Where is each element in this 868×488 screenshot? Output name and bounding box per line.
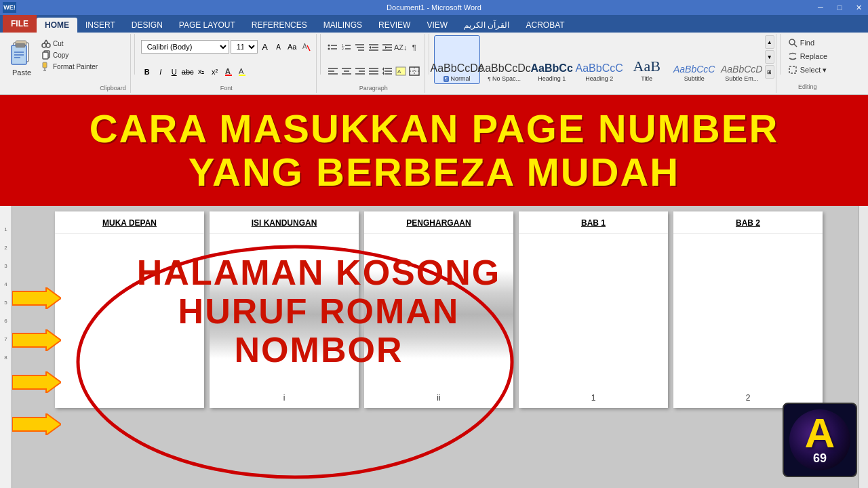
font-color-button[interactable]: A (222, 66, 235, 78)
svg-marker-36 (369, 46, 371, 49)
svg-text:A: A (302, 43, 307, 50)
decrease-indent-button[interactable] (368, 41, 380, 54)
svg-rect-12 (43, 52, 48, 59)
para-row-1: 1. 2. (327, 35, 420, 60)
font-row-1: Calibri (Body) 11 A A Aa A (141, 35, 312, 59)
clear-formatting-button[interactable]: A (300, 41, 312, 53)
tab-view[interactable]: VIEW (418, 18, 456, 33)
superscript-button[interactable]: x² (209, 66, 221, 78)
tab-acrobat[interactable]: ACROBAT (517, 18, 572, 33)
subscript-button[interactable]: x₂ (195, 66, 208, 78)
close-button[interactable]: ✕ (849, 0, 868, 15)
styles-scroll-arrows: ▲ ▼ ⊞ (765, 35, 774, 79)
vertical-scrollbar[interactable] (859, 206, 868, 488)
align-right-button[interactable] (354, 65, 366, 77)
overlay-text-line1: HALAMAN KOSONG (115, 253, 522, 292)
style-no-spacing[interactable]: AaBbCcDc ¶ No Spac... (481, 35, 528, 84)
svg-marker-57 (382, 71, 384, 75)
bullets-button[interactable] (327, 41, 339, 54)
page-bab2-header: BAB 2 (673, 211, 823, 234)
style-heading1[interactable]: AaBbCc Heading 1 (529, 35, 575, 84)
page-num-bab1: 1 (519, 393, 668, 403)
arrow-4-icon (12, 413, 61, 435)
paste-button[interactable]: Paste (5, 35, 38, 81)
decrease-font-button[interactable]: A (273, 41, 285, 53)
align-center-button[interactable] (340, 65, 353, 77)
svg-point-63 (789, 39, 795, 45)
numbering-button[interactable]: 1. 2. (340, 41, 353, 54)
tab-review[interactable]: REVIEW (370, 18, 418, 33)
svg-line-17 (307, 45, 310, 51)
replace-button[interactable]: Replace (785, 50, 830, 62)
tab-home[interactable]: HOME (37, 18, 77, 33)
highlight-button[interactable]: A (236, 66, 248, 78)
underline-button[interactable]: U (168, 66, 180, 78)
multilevel-button[interactable] (354, 41, 366, 54)
font-family-select[interactable]: Calibri (Body) (141, 40, 229, 54)
tab-insert[interactable]: INSERT (77, 18, 123, 33)
style-subtle-emphasis-preview: AaBbCcD (721, 64, 762, 74)
sort-button[interactable]: AZ↓ (395, 41, 407, 54)
styles-scroll-up[interactable]: ▲ (765, 35, 774, 49)
style-title-preview: AaB (633, 59, 660, 74)
tab-design[interactable]: DESIGN (123, 18, 171, 33)
paragraph-group: 1. 2. (324, 34, 425, 93)
justify-button[interactable] (368, 65, 380, 77)
italic-button[interactable]: I (155, 66, 167, 78)
numbering-icon: 1. 2. (341, 43, 352, 52)
page-isi-kandungan-header: ISI KANDUNGAN (210, 211, 359, 234)
font-size-select[interactable]: 11 (231, 40, 258, 54)
style-subtitle-preview: AaBbCcC (673, 64, 715, 74)
style-subtle-emphasis[interactable]: AaBbCcD Subtle Em... (719, 35, 765, 84)
style-normal[interactable]: AaBbCcDc ¶ Normal (434, 35, 480, 84)
style-title[interactable]: AaB Title (624, 35, 670, 84)
maximize-button[interactable]: □ (830, 0, 849, 15)
tab-references[interactable]: REFERENCES (243, 18, 315, 33)
line-spacing-button[interactable] (381, 65, 393, 77)
strikethrough-button[interactable]: abc (182, 66, 194, 78)
find-button[interactable]: Find (785, 37, 830, 49)
page-num-bab2: 2 (673, 393, 823, 403)
increase-indent-button[interactable] (381, 41, 393, 54)
styles-expand[interactable]: ⊞ (765, 65, 774, 79)
tab-page-layout[interactable]: PAGE LAYOUT (171, 18, 243, 33)
select-button[interactable]: Select ▾ (785, 64, 830, 76)
document-area: 1 2 3 4 5 6 7 8 MUKA DEPAN ISI KANDUNGAN… (0, 206, 868, 488)
shading-button[interactable]: A (395, 65, 407, 77)
style-heading2-preview: AaBbCcC (576, 63, 623, 74)
copy-button[interactable]: Copy (39, 49, 100, 60)
tab-arabic[interactable]: القرآن الكريم (456, 18, 517, 33)
separator-2 (320, 34, 321, 75)
tab-mailings[interactable]: MAILINGS (315, 18, 370, 33)
arrow-2-icon (12, 329, 61, 351)
format-painter-button[interactable]: Format Painter (39, 61, 100, 72)
minimize-button[interactable]: ─ (811, 0, 830, 15)
title-bar: WE! Document1 - Microsoft Word ─ □ ✕ (0, 0, 868, 15)
clipboard-group: Paste Cut Copy (3, 34, 131, 93)
svg-line-9 (44, 40, 46, 43)
styles-scroll-down[interactable]: ▼ (765, 50, 774, 64)
font-group: Calibri (Body) 11 A A Aa A B I U abc x₂ … (138, 34, 317, 93)
bold-button[interactable]: B (141, 66, 153, 78)
font-row-2: B I U abc x₂ x² A A (141, 60, 248, 84)
svg-rect-21 (239, 75, 245, 76)
editing-group: Find Replace Select ▾ Editing (784, 34, 831, 93)
svg-marker-40 (385, 46, 387, 49)
svg-text:A: A (225, 67, 231, 75)
style-heading2[interactable]: AaBbCcC Heading 2 (576, 35, 623, 84)
align-left-button[interactable] (327, 65, 339, 77)
borders-icon (409, 66, 420, 76)
increase-font-button[interactable]: A (259, 41, 271, 53)
cut-button[interactable]: Cut (39, 38, 100, 49)
svg-rect-19 (225, 75, 232, 76)
show-paragraph-button[interactable]: ¶ (408, 41, 420, 54)
increase-indent-icon (382, 43, 393, 52)
borders-button[interactable] (408, 65, 420, 77)
tab-file[interactable]: FILE (3, 15, 37, 33)
title-bar-text: Document1 - Microsoft Word (387, 3, 481, 12)
highlight-icon: A (237, 67, 247, 77)
clipboard-small-buttons: Cut Copy Format Painter (39, 35, 100, 92)
change-case-button[interactable]: Aa (286, 41, 298, 53)
overlay-text-line2: HURUF ROMAN (115, 292, 522, 331)
style-subtitle[interactable]: AaBbCcC Subtitle (671, 35, 717, 84)
